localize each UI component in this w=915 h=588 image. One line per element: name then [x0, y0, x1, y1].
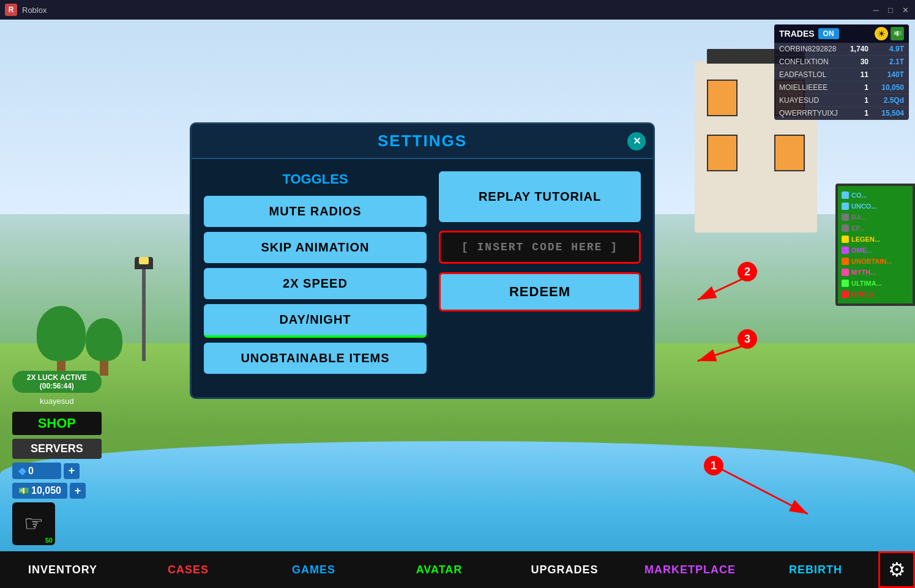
gear-icon: ⚙ [888, 558, 906, 581]
sign-item: GODLY [838, 289, 913, 300]
tree-top [37, 306, 86, 361]
code-input[interactable] [447, 241, 633, 253]
close-button[interactable]: ✕ [900, 5, 910, 15]
trade-val1: 30 [838, 58, 868, 66]
luck-timer: (00:56:44) [40, 382, 74, 390]
lamp-light [139, 257, 149, 264]
bottom-nav: INVENTORYCASESGAMESAVATARUPGRADESMARKETP… [0, 551, 915, 588]
code-input-wrapper [439, 231, 641, 264]
trade-row: QWERRRTYUIXJ 1 15,504 [774, 107, 909, 120]
trade-username: EADFASTLOL [779, 70, 838, 79]
diamonds-row: ◆ 0 + [12, 463, 102, 479]
nav-item-cases[interactable]: CASES [125, 559, 251, 581]
trades-label: TRADES [779, 29, 815, 39]
trade-val2: 10,050 [873, 83, 904, 92]
sign-item: UNOBTAIN... [838, 256, 913, 267]
sign-item: EP... [838, 223, 913, 234]
toggle-button-unobtainable-items[interactable]: UNOBTAINABLE ITEMS [204, 343, 427, 374]
trade-val2: 2.5Qd [873, 96, 904, 105]
trade-username: CONFLIXTION [779, 58, 838, 66]
sign-item: MYTH... [838, 267, 913, 278]
cursor-button[interactable]: ☞ 50 [12, 502, 55, 545]
nav-item-games[interactable]: GAMES [251, 559, 376, 581]
toggle-button-skip-animation[interactable]: SKIP ANIMATION [204, 232, 427, 263]
money-row: 💵 10,050 + [12, 483, 102, 499]
sun-icon: ☀ [875, 27, 888, 40]
nav-item-marketplace[interactable]: MARKETPLACE [627, 559, 753, 581]
luck-text: 2X LUCK ACTIVE [27, 373, 87, 382]
building-window [774, 135, 805, 171]
left-panel: 2X LUCK ACTIVE (00:56:44) kuayesud SHOP … [12, 371, 102, 545]
sign-item: LEGEN... [838, 234, 913, 245]
toggle-button-2x-speed[interactable]: 2X SPEED [204, 268, 427, 299]
trades-icons: ☀ 💵 [875, 27, 904, 40]
modal-title-bar: SETTINGS ✕ [192, 124, 653, 159]
toggle-button-day/night[interactable]: DAY/NIGHT [204, 304, 427, 338]
cursor-icon: ☞ [24, 511, 43, 537]
lamp-head [135, 257, 153, 269]
luck-badge: 2X LUCK ACTIVE (00:56:44) [12, 371, 102, 393]
servers-button[interactable]: SERVERS [12, 439, 102, 459]
nav-items-container: INVENTORYCASESGAMESAVATARUPGRADESMARKETP… [0, 559, 878, 581]
redeem-button[interactable]: REDEEM [441, 274, 639, 310]
arrow-label-2: 2 [738, 262, 757, 281]
trades-list: CORBIN8292828 1,740 4.9T CONFLIXTION 30 … [774, 43, 909, 120]
sign-item: UNCO... [838, 201, 913, 212]
diamonds-box: ◆ 0 [12, 463, 61, 479]
redeem-button-wrapper: REDEEM [439, 272, 641, 311]
toggle-button-mute-radios[interactable]: MUTE RADIOS [204, 196, 427, 227]
road-path [0, 441, 915, 551]
sign-item: CO... [838, 190, 913, 201]
lamp-pole [142, 269, 146, 361]
building-window [707, 80, 738, 116]
money-plus-button[interactable]: + [70, 483, 86, 499]
trade-val2: 140T [873, 70, 904, 79]
player-name: kuayesud [12, 396, 102, 406]
toggles-column: TOGGLES MUTE RADIOSSKIP ANIMATION2X SPEE… [204, 171, 427, 379]
tree-right [86, 318, 122, 376]
sign-item: RA... [838, 212, 913, 223]
right-column: REPLAY TUTORIAL REDEEM [439, 171, 641, 379]
trade-val2: 15,504 [873, 109, 904, 117]
modal-close-button[interactable]: ✕ [627, 132, 646, 151]
settings-modal: SETTINGS ✕ TOGGLES MUTE RADIOSSKIP ANIMA… [190, 122, 655, 399]
modal-body: TOGGLES MUTE RADIOSSKIP ANIMATION2X SPEE… [192, 159, 653, 379]
nav-item-inventory[interactable]: INVENTORY [0, 559, 125, 581]
sign-board: CO...UNCO...RA...EP...LEGEN...OME...UNOB… [835, 184, 915, 306]
money-icon: 💵 [18, 486, 29, 496]
trade-username: KUAYESUD [779, 96, 838, 105]
nav-item-rebirth[interactable]: REBIRTH [753, 559, 878, 581]
nav-item-upgrades[interactable]: UPGRADES [502, 559, 627, 581]
building-window [707, 135, 738, 171]
trade-val1: 1 [838, 109, 868, 117]
diamonds-plus-button[interactable]: + [64, 463, 80, 479]
trade-row: CONFLIXTION 30 2.1T [774, 56, 909, 69]
modal-title: SETTINGS [378, 132, 467, 150]
sign-item: ULTIMA... [838, 278, 913, 289]
trade-row: KUAYESUD 1 2.5Qd [774, 94, 909, 107]
shop-button[interactable]: SHOP [12, 412, 102, 435]
minimize-button[interactable]: ─ [871, 5, 881, 15]
toggles-list: MUTE RADIOSSKIP ANIMATION2X SPEEDDAY/NIG… [204, 196, 427, 374]
tree-top [86, 318, 122, 361]
trade-val1: 1 [838, 96, 868, 105]
nav-item-avatar[interactable]: AVATAR [376, 559, 502, 581]
maximize-button[interactable]: □ [886, 5, 895, 15]
trade-val2: 2.1T [873, 58, 904, 66]
title-bar: R Roblox ─ □ ✕ [0, 0, 915, 20]
trade-val1: 1,740 [838, 45, 868, 53]
arrow-label-3: 3 [738, 329, 757, 349]
trade-val2: 4.9T [873, 45, 904, 53]
settings-nav-button[interactable]: ⚙ [878, 551, 915, 588]
trade-row: MOIELLIEEEE 1 10,050 [774, 81, 909, 94]
trades-status-badge[interactable]: ON [818, 28, 839, 39]
trade-username: QWERRRTYUIXJ [779, 109, 838, 117]
trade-row: CORBIN8292828 1,740 4.9T [774, 43, 909, 56]
app-title: Roblox [22, 6, 47, 15]
money-icon: 💵 [891, 27, 904, 40]
replay-tutorial-button[interactable]: REPLAY TUTORIAL [439, 171, 641, 222]
circle-3: 3 [738, 329, 757, 349]
tree-left [37, 306, 86, 379]
circle-1: 1 [704, 456, 723, 475]
cursor-money: 50 [45, 537, 53, 544]
